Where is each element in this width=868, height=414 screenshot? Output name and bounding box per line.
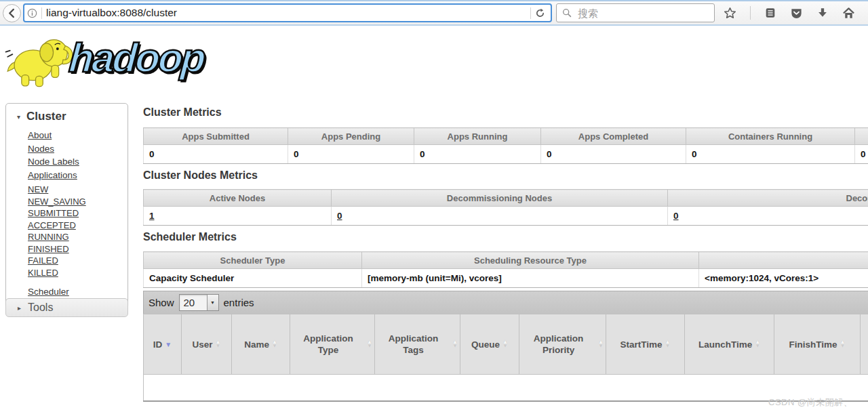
pocket-icon[interactable] — [790, 7, 803, 20]
back-button[interactable] — [3, 4, 21, 22]
apps-col-name[interactable]: Name▲▼ — [232, 314, 290, 375]
home-icon[interactable] — [842, 7, 855, 20]
sidebar-item-about[interactable]: About — [28, 129, 127, 142]
sidebar-item-running[interactable]: RUNNING — [28, 231, 127, 243]
scheduler-metrics-title: Scheduler Metrics — [143, 230, 868, 245]
sidebar-links: About Nodes Node Labels Applications — [6, 129, 127, 182]
reload-icon[interactable] — [535, 8, 545, 18]
scheduler-metrics-table: Scheduler Type Scheduling Resource Type … — [143, 251, 868, 288]
entries-select-value: 20 — [180, 295, 207, 310]
search-icon — [562, 8, 572, 18]
col-minimum-allocation: Minimum Allocation — [699, 252, 868, 269]
apps-col-queue[interactable]: Queue▲▼ — [460, 314, 519, 375]
hadoop-elephant-icon — [3, 30, 75, 92]
apps-col-application-tags[interactable]: Application Tags▲▼ — [375, 314, 460, 375]
col-apps-completed: Apps Completed — [541, 128, 686, 145]
site-info-icon[interactable] — [27, 8, 37, 18]
sort-icons: ▲▼ — [502, 340, 508, 348]
sort-icons: ▲▼ — [665, 340, 671, 348]
sidebar-item-applications[interactable]: Applications — [28, 169, 127, 182]
col-scheduling-resource-type: Scheduling Resource Type — [362, 252, 699, 269]
sort-icons: ▲▼ — [272, 340, 277, 348]
toolbar-icons — [724, 6, 868, 20]
applications-empty-row — [144, 375, 868, 402]
hadoop-logo: hadoop — [3, 30, 204, 92]
scheduling-resource-type-value: [memory-mb (unit=Mi), vcores] — [362, 269, 699, 288]
search-box[interactable] — [556, 3, 715, 22]
sidebar-cluster-title: Cluster — [26, 110, 66, 123]
apps-completed-value: 0 — [541, 145, 686, 164]
col-apps-running: Apps Running — [414, 128, 541, 145]
chevron-down-icon: ▾ — [17, 113, 20, 121]
apps-submitted-value: 0 — [144, 145, 288, 164]
sort-icons: ▲▼ — [840, 340, 846, 348]
minimum-allocation-value: <memory:1024, vCores:1> — [699, 269, 868, 288]
sidebar-item-node-labels[interactable]: Node Labels — [28, 155, 127, 169]
entries-select[interactable]: 20 ▼ — [179, 294, 219, 311]
col-apps-pending: Apps Pending — [288, 128, 414, 145]
apps-pending-value: 0 — [288, 145, 414, 164]
back-arrow-icon — [7, 8, 17, 18]
sidebar-app-states: NEW NEW_SAVING SUBMITTED ACCEPTED RUNNIN… — [6, 184, 127, 278]
col-decommissioning-nodes: Decommissioning Nodes — [332, 190, 668, 207]
col-scheduler-type: Scheduler Type — [144, 252, 362, 269]
apps-running-value: 0 — [414, 145, 541, 164]
sidebar-item-failed[interactable]: FAILED — [28, 255, 127, 267]
select-arrow-icon[interactable]: ▼ — [207, 295, 218, 310]
apps-col-launchtime[interactable]: LaunchTime▲▼ — [685, 314, 774, 375]
containers-running-value: 0 — [686, 145, 855, 164]
csdn-watermark: CSDN @尚未開解、 — [768, 396, 852, 409]
col-clipped — [855, 128, 868, 145]
chevron-right-icon: ▸ — [18, 304, 21, 312]
sort-icons: ▲▼ — [367, 340, 372, 348]
applications-table: ID▼ User▲▼ Name▲▼ Application Type▲▼ App… — [143, 314, 868, 402]
sort-icons: ▲▼ — [598, 340, 604, 348]
reload-divider — [530, 7, 531, 19]
cluster-metrics-table: Apps Submitted Apps Pending Apps Running… — [143, 127, 868, 164]
entries-label: entries — [224, 297, 254, 308]
url-divider — [41, 7, 42, 19]
download-icon[interactable] — [816, 7, 829, 19]
sort-icons: ▲▼ — [755, 340, 760, 348]
sidebar-cluster-header[interactable]: ▾ Cluster — [6, 107, 127, 129]
cluster-nodes-metrics-title: Cluster Nodes Metrics — [143, 168, 868, 183]
clipped-value: 0 — [855, 145, 868, 164]
sidebar-item-scheduler[interactable]: Scheduler — [6, 285, 127, 298]
bookmark-star-icon[interactable] — [724, 7, 736, 20]
hadoop-wordmark: hadoop — [67, 30, 205, 87]
url-bar[interactable] — [23, 3, 552, 22]
active-nodes-value: 1 — [144, 207, 332, 226]
sidebar-item-killed[interactable]: KILLED — [28, 267, 127, 279]
toolbar-separator — [750, 6, 751, 20]
apps-col-id[interactable]: ID▼ — [144, 314, 182, 375]
sidebar-item-new[interactable]: NEW — [28, 184, 127, 196]
sort-icons: ▲▼ — [452, 340, 458, 348]
sidebar-item-submitted[interactable]: SUBMITTED — [28, 207, 127, 220]
sidebar-tools-header[interactable]: ▸ Tools — [5, 298, 128, 317]
sidebar-item-nodes[interactable]: Nodes — [28, 142, 127, 156]
apps-col-application-priority[interactable]: Application Priority▲▼ — [519, 314, 606, 375]
apps-col-application-type[interactable]: Application Type▲▼ — [290, 314, 375, 375]
scheduler-type-value: Capacity Scheduler — [144, 269, 362, 288]
col-decommissioned-nodes: Decommissioned Nodes — [668, 190, 868, 207]
sidebar-item-finished[interactable]: FINISHED — [28, 243, 127, 255]
main-content: Cluster Metrics Apps Submitted Apps Pend… — [143, 103, 868, 414]
col-active-nodes: Active Nodes — [144, 190, 332, 207]
show-label: Show — [149, 297, 174, 308]
decommissioning-nodes-value: 0 — [332, 207, 668, 226]
decommissioned-nodes-value: 0 — [668, 207, 868, 226]
search-input[interactable] — [576, 7, 709, 20]
library-icon[interactable] — [764, 7, 776, 19]
col-containers-running: Containers Running — [686, 128, 855, 145]
sidebar-item-new-saving[interactable]: NEW_SAVING — [28, 196, 127, 208]
cluster-nodes-metrics-table: Active Nodes Decommissioning Nodes Decom… — [143, 189, 868, 226]
apps-col-user[interactable]: User▲▼ — [182, 314, 232, 375]
sidebar-item-accepted[interactable]: ACCEPTED — [28, 220, 127, 232]
browser-toolbar — [0, 0, 868, 26]
url-input[interactable] — [46, 7, 526, 19]
sort-icons: ▲▼ — [216, 340, 221, 348]
apps-col-clipped[interactable] — [861, 314, 868, 375]
apps-col-finishtime[interactable]: FinishTime▲▼ — [774, 314, 861, 375]
apps-col-starttime[interactable]: StartTime▲▼ — [606, 314, 685, 375]
sidebar-cluster-panel: ▾ Cluster About Nodes Node Labels Applic… — [5, 103, 128, 307]
